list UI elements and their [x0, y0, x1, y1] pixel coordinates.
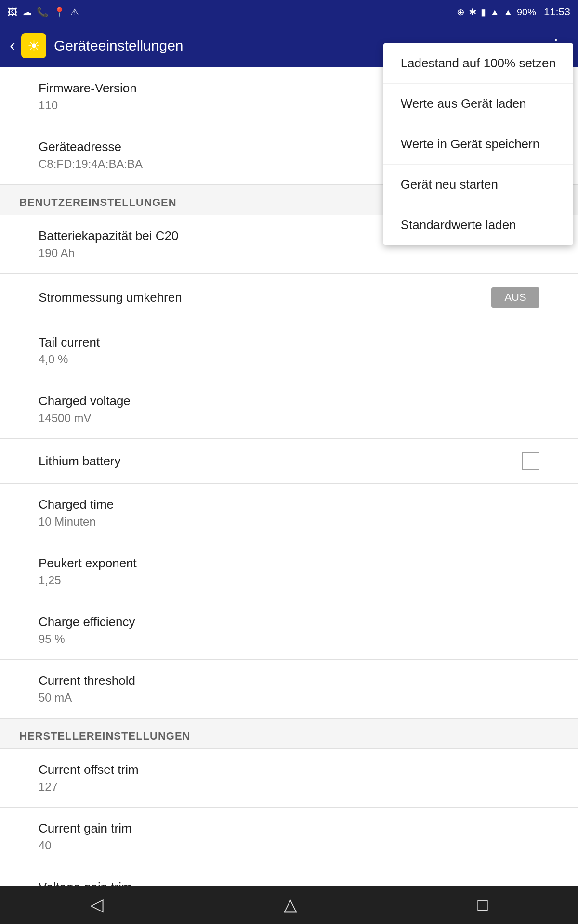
phone-icon: 📞 — [37, 6, 49, 18]
back-button[interactable]: ‹ — [10, 36, 15, 56]
current-offset-trim-value: 127 — [39, 780, 539, 794]
section-manufacturer-settings: HERSTELLEREINSTELLUNGEN — [0, 719, 578, 749]
back-icon: ◁ — [90, 895, 104, 915]
voltage-gain-trim-label: Voltage gain trim — [39, 880, 539, 886]
location-icon: 📍 — [53, 6, 66, 18]
home-icon: △ — [284, 895, 297, 915]
reverse-current-label: Strommessung umkehren — [39, 290, 182, 305]
menu-item-load-values[interactable]: Werte aus Gerät laden — [383, 84, 573, 124]
dropbox-icon: 🖼 — [8, 7, 17, 18]
peukert-exponent-label: Peukert exponent — [39, 556, 539, 571]
status-bar-right: ⊕ ✱ ▮ ▲ ▲ 90% 11:53 — [457, 6, 570, 18]
nav-home-button[interactable]: △ — [264, 890, 316, 920]
setting-charged-voltage[interactable]: Charged voltage 14500 mV — [0, 380, 578, 439]
setting-reverse-current[interactable]: Strommessung umkehren AUS — [0, 274, 578, 321]
charged-voltage-value: 14500 mV — [39, 411, 539, 425]
menu-item-set-100[interactable]: Ladestand auf 100% setzen — [383, 43, 573, 84]
reverse-current-toggle[interactable]: AUS — [491, 287, 539, 308]
charge-efficiency-value: 95 % — [39, 632, 539, 646]
sun-icon: ☀ — [27, 38, 40, 54]
setting-voltage-gain-trim[interactable]: Voltage gain trim 177 — [0, 866, 578, 886]
wifi-icon: ▲ — [490, 7, 499, 18]
current-threshold-value: 50 mA — [39, 691, 539, 705]
section-user-settings-label: BENUTZEREINSTELLUNGEN — [19, 196, 177, 208]
bluetooth-icon: ✱ — [469, 6, 477, 18]
status-bar: 🖼 ☁ 📞 📍 ⚠ ⊕ ✱ ▮ ▲ ▲ 90% 11:53 — [0, 0, 578, 24]
charged-time-label: Charged time — [39, 497, 539, 512]
tail-current-label: Tail current — [39, 335, 539, 350]
bottom-nav: ◁ △ □ — [0, 886, 578, 924]
setting-charge-efficiency[interactable]: Charge efficiency 95 % — [0, 601, 578, 660]
menu-item-save-values[interactable]: Werte in Gerät speichern — [383, 124, 573, 165]
charge-efficiency-label: Charge efficiency — [39, 615, 539, 629]
gps-icon: ⊕ — [457, 6, 465, 18]
setting-current-threshold[interactable]: Current threshold 50 mA — [0, 660, 578, 719]
signal-icon: ▲ — [503, 7, 513, 18]
setting-lithium-battery[interactable]: Lithium battery — [0, 439, 578, 484]
setting-charged-time[interactable]: Charged time 10 Minuten — [0, 484, 578, 542]
setting-peukert-exponent[interactable]: Peukert exponent 1,25 — [0, 542, 578, 601]
current-gain-trim-label: Current gain trim — [39, 821, 539, 836]
recent-icon: □ — [477, 895, 488, 915]
status-bar-left: 🖼 ☁ 📞 📍 ⚠ — [8, 6, 79, 18]
cloud-icon: ☁ — [22, 6, 32, 18]
current-gain-trim-value: 40 — [39, 839, 539, 852]
nav-recent-button[interactable]: □ — [458, 890, 507, 920]
menu-item-defaults[interactable]: Standardwerte laden — [383, 205, 573, 245]
menu-item-restart[interactable]: Gerät neu starten — [383, 165, 573, 205]
tail-current-value: 4,0 % — [39, 353, 539, 366]
clock: 11:53 — [544, 6, 570, 18]
nav-back-button[interactable]: ◁ — [71, 890, 123, 920]
section-manufacturer-settings-label: HERSTELLEREINSTELLUNGEN — [19, 730, 190, 742]
charged-time-value: 10 Minuten — [39, 515, 539, 528]
current-offset-trim-label: Current offset trim — [39, 762, 539, 777]
dropdown-menu: Ladestand auf 100% setzen Werte aus Gerä… — [383, 43, 573, 245]
battery-icon: ▮ — [481, 6, 486, 18]
setting-current-gain-trim[interactable]: Current gain trim 40 — [0, 808, 578, 866]
peukert-exponent-value: 1,25 — [39, 574, 539, 587]
app-icon: ☀ — [21, 33, 46, 58]
current-threshold-label: Current threshold — [39, 673, 539, 688]
lithium-battery-label: Lithium battery — [39, 454, 121, 469]
charged-voltage-label: Charged voltage — [39, 394, 539, 409]
warning-icon: ⚠ — [70, 6, 79, 18]
battery-percent: 90% — [517, 7, 536, 18]
setting-current-offset-trim[interactable]: Current offset trim 127 — [0, 749, 578, 808]
lithium-battery-checkbox[interactable] — [522, 452, 539, 470]
battery-capacity-value: 190 Ah — [39, 246, 539, 260]
setting-tail-current[interactable]: Tail current 4,0 % — [0, 321, 578, 380]
